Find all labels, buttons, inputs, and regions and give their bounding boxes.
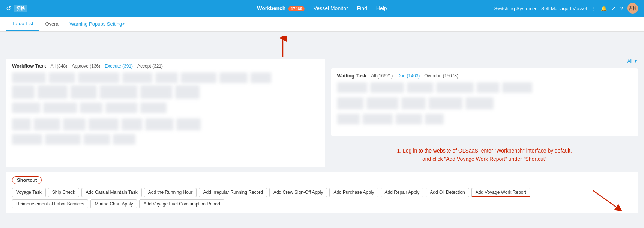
waiting-filter-due[interactable]: Due (1463) [397, 73, 420, 79]
all-filter-button[interactable]: All ▼ [627, 59, 638, 64]
fullscreen-icon[interactable]: ⤢ [611, 5, 616, 11]
shortcut-buttons-row1: Voyage TaskShip CheckAdd Casual Maintain… [12, 188, 632, 197]
shortcut-btn-add-purchase-apply[interactable]: Add Purchase Apply [329, 188, 378, 197]
shortcut-btn-marine-chart-apply[interactable]: Marine Chart Apply [90, 199, 137, 208]
waiting-task-title: Waiting Task [337, 73, 367, 79]
annotation-line1: 1. Log in to the website of OLSaaS, ente… [331, 146, 638, 155]
workflow-filter-all[interactable]: All (848) [51, 63, 68, 69]
shortcut-label: Shortcut [12, 176, 42, 184]
shortcut-section: Shortcut Voyage TaskShip CheckAdd Casual… [6, 172, 638, 213]
shortcut-btn-add-repair-apply[interactable]: Add Repair Apply [381, 188, 424, 197]
nav-workbench[interactable]: Workbench 17469 [257, 5, 304, 11]
shortcut-buttons-row2: Reimbursement of Labor ServicesMarine Ch… [12, 199, 632, 208]
shortcut-btn-add-voyage-fuel-consumption-report[interactable]: Add Voyage Fuel Consumption Report [139, 199, 224, 208]
workflow-task-panel: Workflow Task All (848) Approve (136) Ex… [6, 59, 325, 167]
nav-help[interactable]: Help [376, 5, 387, 11]
main-content: Workflow Task All (848) Approve (136) Ex… [0, 32, 644, 217]
logo-badge: 切换 [14, 5, 27, 12]
shortcut-btn-ship-check[interactable]: Ship Check [48, 188, 79, 197]
switching-system[interactable]: Switching System ▾ [494, 6, 536, 11]
workflow-filter-approve[interactable]: Approve (136) [72, 63, 100, 69]
top-navigation: ↺ 切换 Workbench 17469 Vessel Monitor Find… [0, 0, 644, 17]
workflow-filter-execute[interactable]: Execute (391) [105, 63, 133, 69]
panels-row: Workflow Task All (848) Approve (136) Ex… [6, 59, 638, 167]
shortcut-btn-add-oil-detection[interactable]: Add Oil Detection [426, 188, 469, 197]
workflow-filter-accept[interactable]: Accept (321) [137, 63, 163, 69]
shortcut-btn-reimbursement-of-labor-services[interactable]: Reimbursement of Labor Services [12, 199, 88, 208]
waiting-task-header: Waiting Task All (16621) Due (1463) Over… [337, 73, 632, 79]
shortcut-area: Shortcut Voyage TaskShip CheckAdd Casual… [6, 172, 638, 213]
annotation-line2: and click "Add Voyage Work Report" under… [331, 155, 638, 163]
annotation-box: 1. Log in to the website of OLSaaS, ente… [331, 139, 638, 167]
shortcut-btn-add-irregular-running-record[interactable]: Add Irregular Running Record [199, 188, 267, 197]
waiting-filter-overdue[interactable]: Overdue (15073) [424, 73, 458, 79]
help-icon[interactable]: ? [620, 6, 623, 11]
shortcut-btn-add-the-running-hour[interactable]: Add the Running Hour [144, 188, 197, 197]
shortcut-btn-add-casual-maintain-task[interactable]: Add Casual Maintain Task [81, 188, 142, 197]
more-icon[interactable]: ⋮ [591, 6, 596, 11]
avatar[interactable]: 斋根 [627, 3, 638, 14]
tab-overall[interactable]: Overall [39, 17, 66, 30]
arrow-up-annotation [272, 36, 294, 59]
bell-icon[interactable]: 🔔 [601, 6, 607, 11]
back-icon[interactable]: ↺ [6, 5, 11, 12]
waiting-blurred-content [337, 82, 632, 124]
shortcut-btn-add-voyage-work-report[interactable]: Add Voyage Work Report [471, 188, 530, 197]
self-managed-vessel[interactable]: Self Managed Vessel [541, 6, 587, 11]
waiting-task-panel: Waiting Task All (16621) Due (1463) Over… [331, 68, 638, 136]
tab-warning-popups[interactable]: Warning Popups Setting> [67, 17, 128, 30]
nav-vessel-monitor[interactable]: Vessel Monitor [314, 5, 348, 11]
workflow-task-title: Workflow Task [12, 63, 46, 69]
shortcut-btn-add-crew-sign-off-apply[interactable]: Add Crew Sign-Off Apply [269, 188, 327, 197]
nav-right: Switching System ▾ Self Managed Vessel ⋮… [494, 3, 638, 14]
arrow-right-annotation [585, 187, 630, 217]
shortcut-btn-voyage-task[interactable]: Voyage Task [12, 188, 46, 197]
tab-todo-list[interactable]: To-do List [6, 17, 39, 31]
nav-left: ↺ 切换 [6, 5, 27, 12]
workflow-blurred-content [12, 72, 319, 145]
workflow-task-header: Workflow Task All (848) Approve (136) Ex… [12, 63, 319, 69]
nav-find[interactable]: Find [357, 5, 367, 11]
workbench-badge: 17469 [288, 6, 305, 11]
waiting-filter-all[interactable]: All (16621) [371, 73, 393, 79]
tabs-bar: To-do List Overall Warning Popups Settin… [0, 17, 644, 32]
nav-center: Workbench 17469 Vessel Monitor Find Help [257, 5, 387, 11]
all-button-wrap: All ▼ [331, 59, 638, 64]
svg-line-3 [593, 190, 619, 209]
